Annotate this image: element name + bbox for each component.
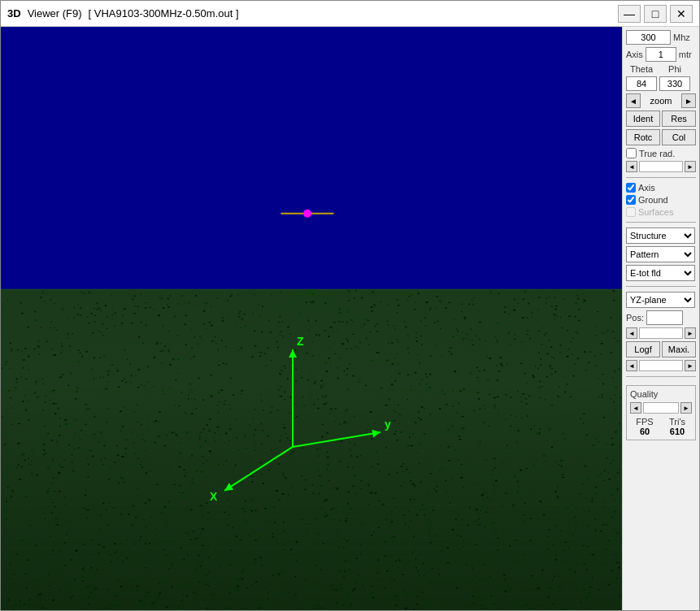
- rotc-col-row: Rotc Col: [626, 129, 696, 145]
- quality-group: Quality ◄ ► FPS 60 Tri's 610: [626, 385, 696, 440]
- maxi-button[interactable]: Maxi.: [662, 341, 696, 358]
- separator-4: [626, 376, 696, 377]
- axis-check-label: Axis: [638, 183, 655, 193]
- ground-checkbox[interactable]: [626, 195, 636, 205]
- axis-unit: mtr: [679, 50, 692, 59]
- pos-slider-track[interactable]: [639, 327, 683, 339]
- ground-check-label: Ground: [638, 195, 668, 205]
- minimize-button[interactable]: —: [618, 5, 641, 23]
- yzplane-select[interactable]: YZ-plane: [626, 292, 695, 308]
- slider-left-1-button[interactable]: ◄: [626, 161, 637, 172]
- res-button[interactable]: Res: [662, 110, 696, 127]
- pos-label: Pos:: [626, 313, 644, 323]
- quality-slider-track[interactable]: [643, 402, 679, 414]
- true-rad-row: True rad.: [626, 148, 696, 158]
- col-button[interactable]: Col: [662, 129, 696, 145]
- pos-slider-right-button[interactable]: ►: [685, 327, 696, 339]
- theta-input[interactable]: [626, 76, 657, 91]
- true-rad-label: True rad.: [639, 149, 675, 158]
- close-button[interactable]: ✕: [670, 5, 693, 23]
- axis-input[interactable]: [646, 47, 676, 62]
- surfaces-checkbox[interactable]: [626, 207, 636, 217]
- mhz-row: Mhz: [626, 30, 696, 45]
- quality-slider-left-button[interactable]: ◄: [630, 402, 641, 414]
- quality-slider-row: ◄ ►: [630, 402, 692, 414]
- pos-input[interactable]: [646, 310, 683, 325]
- logf-slider-right-button[interactable]: ►: [685, 360, 696, 371]
- fps-col: FPS 60: [630, 417, 659, 436]
- logf-button[interactable]: Logf: [626, 341, 660, 358]
- title-bar: 3D Viewer (F9) [ VHA9103-300MHz-0.50m.ou…: [1, 1, 699, 27]
- fps-value: 60: [630, 427, 659, 436]
- fps-tris-row: FPS 60 Tri's 610: [630, 417, 692, 436]
- viewport-3d[interactable]: [1, 27, 622, 610]
- separator-2: [626, 222, 696, 223]
- main-window: 3D Viewer (F9) [ VHA9103-300MHz-0.50m.ou…: [0, 0, 700, 611]
- axis-check-row: Axis: [626, 183, 696, 193]
- filename-label: [ VHA9103-300MHz-0.50m.out ]: [89, 7, 239, 20]
- pattern-dropdown-row: Pattern: [626, 246, 696, 262]
- theta-label: Theta: [626, 64, 657, 74]
- tris-value: 610: [663, 427, 692, 436]
- ident-button[interactable]: Ident: [626, 110, 660, 127]
- surfaces-check-label: Surfaces: [638, 207, 673, 217]
- zoom-row: ◄ zoom ►: [626, 93, 696, 108]
- viewer-3d-label: 3D: [7, 7, 21, 20]
- theta-phi-value-row: [626, 76, 696, 91]
- window-controls: — □ ✕: [618, 5, 693, 23]
- rotc-button[interactable]: Rotc: [626, 129, 660, 145]
- axis-row: Axis mtr: [626, 47, 696, 62]
- viewport-canvas: [1, 27, 622, 610]
- quality-slider-right-button[interactable]: ►: [680, 402, 692, 414]
- mhz-input[interactable]: [626, 30, 671, 45]
- etot-select[interactable]: E-tot fld: [626, 265, 695, 281]
- fps-label: FPS: [630, 417, 659, 427]
- axis-label: Axis: [626, 50, 643, 59]
- zoom-right-button[interactable]: ►: [681, 93, 696, 108]
- ground-check-row: Ground: [626, 195, 696, 205]
- pos-slider-left-button[interactable]: ◄: [626, 327, 637, 339]
- pos-row: Pos:: [626, 310, 696, 325]
- title-left: 3D Viewer (F9) [ VHA9103-300MHz-0.50m.ou…: [7, 7, 239, 20]
- sidebar: Mhz Axis mtr Theta Phi ◄ zoom ►: [622, 27, 699, 610]
- separator-3: [626, 286, 696, 287]
- tris-col: Tri's 610: [663, 417, 692, 436]
- zoom-label: zoom: [642, 96, 680, 106]
- slider-track-1[interactable]: [639, 161, 683, 172]
- mhz-label: Mhz: [673, 32, 690, 42]
- logf-slider-left-button[interactable]: ◄: [626, 360, 637, 371]
- axis-checkbox[interactable]: [626, 183, 636, 193]
- theta-phi-label-row: Theta Phi: [626, 64, 696, 74]
- slider-row-1: ◄ ►: [626, 161, 696, 172]
- structure-select[interactable]: Structure: [626, 228, 695, 244]
- pos-slider-row: ◄ ►: [626, 327, 696, 339]
- slider-right-1-button[interactable]: ►: [685, 161, 696, 172]
- logf-slider-track[interactable]: [639, 360, 683, 371]
- maximize-button[interactable]: □: [644, 5, 667, 23]
- quality-title: Quality: [630, 389, 692, 399]
- tris-label: Tri's: [663, 417, 692, 427]
- pattern-select[interactable]: Pattern: [626, 246, 695, 262]
- ident-res-row: Ident Res: [626, 110, 696, 127]
- content-area: Mhz Axis mtr Theta Phi ◄ zoom ►: [1, 27, 699, 610]
- logf-slider-row: ◄ ►: [626, 360, 696, 371]
- logf-maxi-row: Logf Maxi.: [626, 341, 696, 358]
- structure-dropdown-row: Structure: [626, 228, 696, 244]
- yzplane-dropdown-row: YZ-plane: [626, 292, 696, 308]
- phi-input[interactable]: [659, 76, 690, 91]
- etot-dropdown-row: E-tot fld: [626, 265, 696, 281]
- surfaces-check-row: Surfaces: [626, 207, 696, 217]
- viewer-hotkey: Viewer (F9): [28, 7, 82, 20]
- true-rad-checkbox[interactable]: [626, 148, 637, 158]
- zoom-left-button[interactable]: ◄: [626, 93, 641, 108]
- separator-1: [626, 177, 696, 178]
- phi-label: Phi: [659, 64, 690, 74]
